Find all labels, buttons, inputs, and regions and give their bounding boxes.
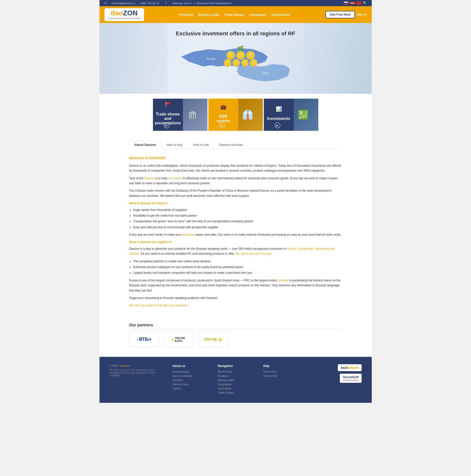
nav-investments[interactable]: Investments (271, 13, 290, 17)
suppliers-para: Daozon is a way to advertise your produc… (129, 246, 342, 256)
footer-help-col: Help How to Buy How to Sell (263, 364, 298, 395)
footer-nav-heading: Navigation (218, 364, 253, 368)
footer-link-buying-leads[interactable]: Buying Leads (218, 379, 253, 382)
footer-link-terms[interactable]: Terms of Use (173, 383, 208, 386)
footer-link-how-buy[interactable]: How to Buy (263, 370, 298, 373)
suppliers-list: The completed platform to create own onl… (129, 259, 342, 275)
header: daoZON International E-commerce Center P… (99, 6, 372, 23)
main-nav: Products Buying Leads Trade Shows Compan… (144, 13, 326, 17)
b2b-icon: 💼 (220, 104, 226, 110)
hero-title: Exclusive invetment offers in all region… (176, 30, 295, 37)
footer-link-hot-events[interactable]: Hot Events (218, 387, 253, 390)
buyers-list: Huge variety from thousands of suppliers… (129, 207, 342, 230)
logo-zon: ZON (123, 9, 138, 17)
footer-brand: © 2014 - Daozon All rights reserved. The… (109, 364, 163, 395)
logo[interactable]: daoZON International E-commerce Center (104, 8, 144, 21)
trade-shows-icon: 🚩 (165, 102, 171, 108)
tab-how-buy[interactable]: How to buy (161, 141, 188, 149)
footer-about-col: About us about Daozon Daozon services Co… (173, 364, 208, 395)
feature-trade-shows[interactable]: 🏛️ 🚩 Trade shows and presentations ▶ (153, 99, 207, 131)
footer-daozon-link[interactable]: Daozon (121, 364, 130, 367)
partner-expo[interactable]: e ONLINEEXPO (164, 332, 194, 347)
language-flags: 🔍 (344, 1, 367, 5)
about-internet: Russia is one of the largest consumers o… (129, 278, 342, 293)
email-address: contact@daozon.ru (112, 2, 135, 5)
suppliers-list-item: The completed platform to create own onl… (133, 259, 342, 264)
features-section: 🏛️ 🚩 Trade shows and presentations ▶ 👔 💼… (99, 94, 372, 136)
top-bar: ✉ contact@daozon.ru (495) 781 82 91 📍 Mo… (99, 0, 372, 6)
copyright-text: © 2014 - (109, 364, 121, 367)
welcome-title: Welcome to DAOZON! (129, 155, 342, 161)
footer: © 2014 - Daozon All rights reserved. The… (99, 357, 372, 403)
suppliers-heading: What is Daozon for suppliers? (129, 240, 342, 245)
flag-en[interactable] (350, 1, 355, 5)
logo-subtitle: International E-commerce Center (108, 17, 141, 20)
investments-icon: 📊 (276, 106, 282, 112)
tab-about[interactable]: About Daozon (129, 141, 161, 149)
signin-button[interactable]: Sign in (357, 13, 367, 16)
top-bar-contact: ✉ contact@daozon.ru (495) 781 82 91 📍 Mo… (104, 1, 232, 5)
partners-logos: ≡ ВТБ24 e ONLINEEXPO ТПП РФ ⚜️ (129, 332, 342, 347)
tab-services[interactable]: Daozon services (214, 141, 248, 149)
footer-link-contacts[interactable]: Contacts (173, 379, 208, 382)
nav-products[interactable]: Products (179, 13, 193, 17)
footer-link-how-sell[interactable]: How to Sell (263, 374, 298, 377)
footer-link-career[interactable]: Career (173, 387, 208, 390)
feature-b2b[interactable]: 👔 💼 B2B system ▶ (208, 99, 263, 131)
buyers-list-item: Easy and safe process to communicate wit… (133, 225, 342, 230)
footer-link-daozon-services[interactable]: Daozon services (173, 374, 208, 377)
buyers-list-item: Huge variety from thousands of suppliers (133, 207, 342, 212)
about-target: Target your advertising to Russian speak… (129, 295, 342, 300)
nav-companies[interactable]: Companies (249, 13, 266, 17)
hero-banner: Exclusive invetment offers in all region… (99, 23, 372, 94)
footer-tech: techinform SousaSoft strategy group (308, 364, 362, 395)
logo-text: daoZON (111, 10, 138, 17)
logo-dao: dao (111, 9, 123, 17)
search-icon[interactable]: 🔍 (363, 1, 367, 5)
tech-partner-techinform[interactable]: techinform (338, 364, 362, 371)
about-para-1: Daozon is an online b2b marketplace, whe… (129, 163, 342, 173)
footer-link-trade-shows[interactable]: Trade Shows (218, 391, 253, 394)
tab-about-content: Welcome to DAOZON! Daozon is an online b… (129, 153, 342, 313)
buyers-list-item: Transportation the goods "door-to-door" … (133, 219, 342, 224)
buyers-heading: What is Daozon for buyers? (129, 201, 342, 206)
suppliers-list-item: Extensive product catalogue for your pro… (133, 265, 342, 270)
nav-buying-leads[interactable]: Buying Leads (198, 13, 219, 17)
phone-number: (495) 781 82 91 (140, 2, 159, 5)
footer-link-my-account[interactable]: My Account (218, 370, 253, 373)
footer-copyright: © 2014 - Daozon (109, 364, 163, 367)
partners-title: Our partners (129, 323, 342, 329)
flag-cn[interactable] (356, 1, 361, 5)
suppliers-list-item: Largest banks and transport companies wi… (133, 270, 342, 275)
buyers-list-item: Possibility to get the credit from our b… (133, 213, 342, 218)
footer-link-products[interactable]: Products (218, 374, 253, 377)
join-button[interactable]: Join Free Now! (325, 11, 355, 18)
about-para-2: Task of the Daozon is to help our buyers… (129, 176, 342, 186)
flag-ru[interactable] (344, 1, 348, 5)
tab-how-sell[interactable]: How to sell (188, 141, 214, 149)
footer-help-heading: Help (263, 364, 298, 368)
russia-label: Russia (207, 57, 215, 60)
partners-section: Our partners ≡ ВТБ24 e ONLINEEXPO ТПП РФ… (124, 323, 347, 352)
partner-tpp[interactable]: ТПП РФ ⚜️ (198, 332, 228, 347)
footer-link-companies[interactable]: Companies (218, 383, 253, 386)
investments-label: Investments (265, 114, 293, 123)
tech-partner-sousasoft[interactable]: SousaSoft strategy group (340, 374, 362, 383)
content-section: About Daozon How to buy How to sell Daoz… (124, 141, 347, 318)
email-icon: ✉ (104, 1, 107, 5)
feature-investments[interactable]: 💹 📊 Investments ▶ (264, 99, 318, 131)
location-icon: 📍 (164, 1, 168, 5)
buyers-vision: Every day we work harder to make your pu… (129, 232, 342, 237)
about-para-3: The Chinese trade mission with the Embas… (129, 188, 342, 198)
header-actions: Join Free Now! Sign in (325, 11, 367, 18)
footer-rights: All rights reserved. The reproduction an… (109, 369, 163, 377)
footer-about-heading: About us (173, 364, 208, 368)
tabs-bar: About Daozon How to buy How to sell Daoz… (129, 141, 342, 149)
partner-vtb[interactable]: ≡ ВТБ24 (129, 332, 159, 347)
nav-trade-shows[interactable]: Trade Shows (224, 13, 244, 17)
footer-nav-col: Navigation My Account Products Buying Le… (218, 364, 253, 395)
address: Moscow, Kyiv h., 1, Business Park Rumyan… (173, 2, 232, 5)
footer-link-about-daozon[interactable]: about Daozon (173, 370, 208, 373)
china-label: China (262, 71, 269, 74)
about-wish: We wish you best of luck with your busin… (129, 303, 342, 308)
